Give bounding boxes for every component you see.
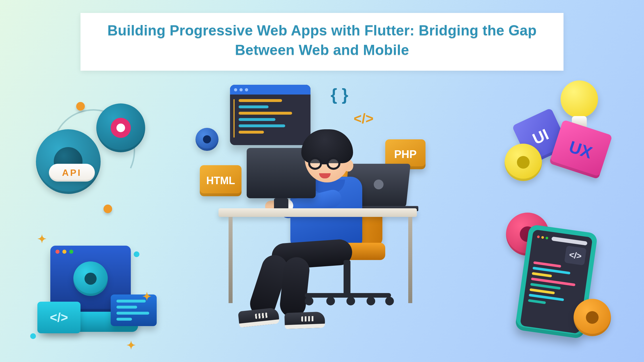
desk-leg	[408, 217, 412, 303]
chair-caster	[305, 297, 313, 305]
desk-surface	[218, 208, 417, 217]
gear-icon	[574, 299, 611, 336]
braces-icon: { }	[331, 85, 348, 104]
dot-icon	[30, 333, 36, 339]
ui-ux-illustration: UI UX	[503, 83, 618, 187]
gear-icon	[73, 261, 108, 296]
sparkle-icon: ✦	[126, 339, 136, 352]
window-controls-icon	[537, 234, 587, 245]
dot-icon	[134, 251, 139, 257]
shoe	[284, 312, 325, 329]
gear-icon	[195, 128, 218, 151]
shoe	[238, 307, 279, 328]
code-tag-badge: </>	[37, 302, 80, 333]
gear-icon	[36, 129, 101, 194]
desk-leg	[229, 217, 233, 303]
code-window	[230, 85, 310, 145]
chair-caster	[385, 297, 394, 305]
sparkle-icon: ✦	[142, 290, 152, 303]
page-title: Building Progressive Web Apps with Flutt…	[98, 21, 546, 60]
api-badge: API	[49, 164, 95, 182]
chair-caster	[326, 297, 335, 305]
title-banner: Building Progressive Web Apps with Flutt…	[80, 13, 564, 71]
orbit-dot	[76, 102, 85, 111]
developer-illustration: { } </> HTML PHP	[184, 82, 460, 352]
laptop-dev-illustration: ✦ </> ✦ ✦	[30, 233, 160, 351]
html-badge: HTML	[200, 165, 241, 196]
window-controls-icon	[230, 85, 310, 95]
gear-icon	[505, 144, 542, 181]
chair-caster	[367, 297, 375, 305]
chair-caster	[346, 297, 355, 305]
chair-base	[305, 293, 391, 298]
chair-post	[344, 260, 350, 294]
api-gear-illustration: API	[29, 92, 150, 213]
orbit-dot	[103, 205, 112, 213]
glasses-icon	[308, 157, 343, 170]
laptop-logo-icon	[374, 180, 384, 189]
code-tag-badge: </>	[564, 246, 586, 265]
code-tag-icon: </>	[354, 111, 373, 126]
gear-icon	[96, 103, 145, 152]
sparkle-icon: ✦	[37, 233, 47, 245]
window-controls-icon	[55, 250, 73, 254]
phone-code-illustration: </>	[502, 213, 617, 345]
